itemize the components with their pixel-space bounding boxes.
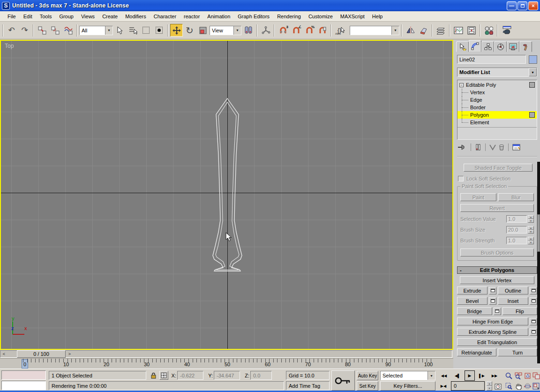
zoom-extents-all-button[interactable] bbox=[532, 371, 540, 380]
remove-modifier-button[interactable] bbox=[498, 143, 505, 151]
extrude-along-spline-button[interactable]: Extrude Along Spline bbox=[457, 328, 528, 336]
angle-snap-toggle-button[interactable]: ∠ bbox=[290, 24, 302, 37]
panel-scrollbar[interactable] bbox=[537, 162, 540, 363]
spinner-up-icon[interactable]: ▲ bbox=[528, 226, 534, 230]
insert-vertex-button[interactable]: Insert Vertex bbox=[460, 276, 534, 284]
selection-lock-toggle[interactable] bbox=[149, 371, 158, 380]
maxscript-listener-input[interactable] bbox=[1, 370, 46, 380]
make-unique-button[interactable] bbox=[489, 143, 496, 151]
stack-item-editable-poly[interactable]: − Editable Poly bbox=[458, 81, 537, 89]
named-selection-sets-dropdown[interactable]: ▼ bbox=[350, 26, 399, 35]
turn-button[interactable]: Turn bbox=[498, 348, 537, 356]
menu-tools[interactable]: Tools bbox=[36, 13, 56, 20]
pin-stack-button[interactable] bbox=[457, 143, 467, 151]
zoom-extents-button[interactable] bbox=[523, 371, 532, 380]
tab-create[interactable] bbox=[456, 41, 469, 52]
edit-polygons-header[interactable]: - Edit Polygons bbox=[457, 266, 537, 274]
chevron-down-icon[interactable]: ▼ bbox=[391, 26, 399, 35]
layer-manager-button[interactable] bbox=[435, 24, 447, 37]
undo-button[interactable]: ↶ bbox=[5, 24, 18, 37]
modifier-list-dropdown[interactable]: Modifier List ▼ bbox=[457, 68, 537, 77]
paint-button[interactable]: Paint bbox=[460, 193, 496, 201]
tab-hierarchy[interactable] bbox=[481, 41, 494, 52]
absolute-offset-mode-toggle[interactable] bbox=[159, 371, 168, 380]
region-zoom-button[interactable] bbox=[504, 382, 513, 391]
go-to-end-button[interactable]: ▶▶ bbox=[488, 371, 501, 380]
object-name-field[interactable]: Line02 bbox=[457, 55, 526, 64]
menu-reactor[interactable]: reactor bbox=[180, 13, 203, 20]
menu-file[interactable]: File bbox=[4, 13, 20, 20]
spinner-down-icon[interactable]: ▼ bbox=[528, 241, 534, 244]
bevel-settings-button[interactable] bbox=[489, 297, 496, 305]
use-pivot-point-center-button[interactable] bbox=[242, 24, 255, 37]
select-and-link-button[interactable] bbox=[36, 24, 48, 37]
revert-button[interactable]: Revert bbox=[460, 204, 534, 212]
chevron-down-icon[interactable]: ▼ bbox=[233, 26, 241, 35]
zoom-button[interactable] bbox=[504, 371, 513, 380]
time-slider-button[interactable]: 0 / 100 bbox=[17, 350, 66, 358]
select-object-button[interactable] bbox=[113, 24, 126, 37]
pan-button[interactable] bbox=[514, 382, 523, 391]
set-keys-button[interactable] bbox=[331, 370, 355, 391]
tab-utilities[interactable] bbox=[519, 41, 532, 52]
bridge-button[interactable]: Bridge bbox=[457, 307, 492, 315]
brush-size-field[interactable]: 20.0 bbox=[506, 226, 527, 234]
sword-spline-shape[interactable] bbox=[207, 92, 249, 278]
flip-button[interactable]: Flip bbox=[502, 307, 538, 315]
menu-animation[interactable]: Animation bbox=[203, 13, 234, 20]
maximize-viewport-toggle-button[interactable] bbox=[532, 382, 540, 391]
inset-settings-button[interactable] bbox=[530, 297, 537, 305]
collapse-icon[interactable]: − bbox=[459, 83, 464, 87]
spinner-up-icon[interactable]: ▲ bbox=[528, 215, 534, 219]
brush-size-spinner[interactable]: ▲▼ bbox=[528, 226, 534, 234]
select-by-name-button[interactable] bbox=[127, 24, 139, 37]
key-mode-toggle-button[interactable]: ▶◀ bbox=[438, 382, 449, 391]
extrude-settings-button[interactable] bbox=[489, 287, 496, 294]
select-and-rotate-button[interactable]: ↻ bbox=[183, 24, 196, 37]
tab-display[interactable] bbox=[507, 41, 519, 52]
menu-maxscript[interactable]: MAXScript bbox=[337, 13, 368, 20]
bind-to-space-warp-button[interactable] bbox=[62, 24, 75, 37]
minimize-button[interactable]: — bbox=[507, 1, 517, 10]
selection-value-spinner[interactable]: ▲▼ bbox=[528, 215, 534, 223]
x-coordinate-field[interactable]: -0.622 bbox=[177, 371, 203, 380]
extrude-button[interactable]: Extrude bbox=[457, 286, 488, 294]
auto-key-button[interactable]: Auto Key bbox=[357, 371, 378, 380]
y-coordinate-field[interactable]: -34.647 bbox=[214, 371, 240, 380]
bridge-settings-button[interactable] bbox=[494, 308, 501, 315]
track-bar[interactable]: 0 10 20 30 40 50 60 70 80 90 100 bbox=[0, 358, 453, 369]
play-button[interactable]: ▶ bbox=[465, 370, 475, 381]
select-and-manipulate-button[interactable] bbox=[259, 24, 272, 37]
snaps-toggle-button[interactable]: 3 bbox=[277, 24, 289, 37]
window-crossing-toggle-button[interactable] bbox=[153, 24, 165, 37]
menu-edit[interactable]: Edit bbox=[20, 13, 36, 20]
menu-customize[interactable]: Customize bbox=[305, 13, 337, 20]
tab-motion[interactable] bbox=[494, 41, 507, 52]
schematic-view-button[interactable] bbox=[465, 24, 478, 37]
zoom-all-button[interactable] bbox=[514, 371, 523, 380]
rectangular-selection-region-button[interactable] bbox=[140, 24, 152, 37]
z-coordinate-field[interactable]: 0.0 bbox=[250, 371, 272, 380]
lock-soft-selection-checkbox[interactable]: Lock Soft Selection bbox=[458, 176, 537, 181]
material-editor-button[interactable] bbox=[482, 24, 495, 37]
menu-create[interactable]: Create bbox=[98, 13, 121, 20]
shaded-face-toggle-button[interactable]: Shaded Face Toggle bbox=[464, 164, 532, 172]
viewport-top[interactable]: Top y z x bbox=[0, 40, 453, 350]
spinner-down-icon[interactable]: ▼ bbox=[487, 386, 492, 391]
blur-button[interactable]: Blur bbox=[498, 193, 534, 201]
extrude-along-spline-settings-button[interactable] bbox=[530, 328, 537, 336]
stack-item-edge[interactable]: Edge bbox=[458, 96, 537, 104]
mirror-button[interactable] bbox=[404, 24, 417, 37]
stack-item-polygon[interactable]: Polygon bbox=[458, 111, 537, 119]
align-button[interactable] bbox=[417, 24, 430, 37]
chevron-down-icon[interactable]: ▼ bbox=[105, 26, 112, 35]
stack-item-element[interactable]: Element bbox=[458, 119, 537, 126]
retriangulate-button[interactable]: Retriangulate bbox=[457, 348, 496, 356]
brush-strength-spinner[interactable]: ▲▼ bbox=[528, 237, 534, 244]
bevel-button[interactable]: Bevel bbox=[457, 297, 488, 305]
spinner-up-icon[interactable]: ▲ bbox=[528, 237, 534, 241]
arc-rotate-button[interactable] bbox=[523, 382, 532, 391]
key-filter-selection-dropdown[interactable]: Selected ▼ bbox=[380, 371, 435, 380]
tab-modify[interactable] bbox=[469, 40, 481, 52]
add-time-tag-button[interactable]: Add Time Tag bbox=[286, 381, 330, 390]
